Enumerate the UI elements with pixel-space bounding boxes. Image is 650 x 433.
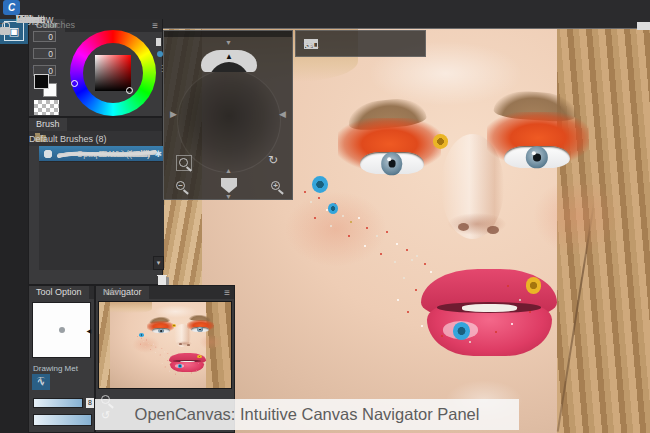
lock-icon[interactable] [0,27,10,35]
home-shield-icon[interactable] [221,178,237,193]
saturation-value[interactable]: 0 [33,48,56,59]
opacity-slider[interactable] [33,414,92,426]
brush-tip-dot [59,327,65,333]
canvas-navigator-overlay: ▼ ▲ ▶ ◀ ↻ − ▲ ▼ + [163,30,293,200]
rotation-dial[interactable] [177,69,281,173]
brush-panel: Brush Default Brushes (8) Pen ✱ Eraser (… [28,117,163,285]
brush-group-row[interactable]: Default Brushes (8) [29,131,162,146]
brush-group-label: Default Brushes (8) [29,134,107,144]
brush-list: Pen ✱ Eraser (Soft) Eraser (Hard) Waterc… [39,146,164,270]
scroll-down-button[interactable]: ▾ [153,256,164,270]
hue-handle[interactable] [71,80,78,87]
quick-toolbar: ↶ ↷ ✎ CL ⊕ [295,30,426,57]
sv-handle[interactable] [126,87,133,94]
panel-edge-widget [156,38,161,46]
panel-edge-widget: ⋮ [158,66,161,82]
lip-sprinkles [411,259,413,261]
cheek-blush [285,191,387,268]
color-wheel[interactable] [70,30,156,116]
tool-option-panel: Tool Option ◀ Drawing Met ∿ ∖ ⌒ 8 [28,285,95,433]
tab-brush[interactable]: Brush [29,118,67,131]
overlay-header[interactable] [164,31,292,37]
foreground-color-swatch[interactable] [34,74,49,89]
tab-tool-option[interactable]: Tool Option [29,286,89,299]
eye-left [360,152,423,174]
panel-window-icon[interactable] [304,39,318,49]
rotate-up-icon: ▲ [225,53,233,60]
brush-size-value[interactable]: 8 [86,398,94,408]
caption-bar: OpenCanvas: Intuitive Canvas Navigator P… [95,399,519,430]
brush-preview: ◀ [32,302,91,358]
curve-method-button[interactable]: ⌒ [32,374,50,390]
drawing-method-label: Drawing Met [33,364,78,373]
hue-value[interactable]: 0 [33,31,56,42]
yellow-flower [526,277,542,293]
step-down-icon[interactable]: ▼ [225,193,232,200]
thumbnail-image [99,302,231,388]
navigator-thumbnail[interactable] [98,301,232,389]
zoom-fit-icon[interactable] [176,155,192,171]
nostril [487,226,499,234]
rotate-reset-icon[interactable]: ↻ [268,157,278,164]
yellow-flower [433,134,448,149]
resize-marker[interactable]: ◀ [86,327,91,334]
zoom-out-icon[interactable]: − [176,181,185,190]
step-up-icon[interactable]: ▲ [225,167,232,174]
menu-help[interactable]: Help [10,10,44,29]
brush-item-partial[interactable] [39,146,164,162]
panel-menu-icon[interactable]: ≡ [224,286,230,299]
collapse-icon[interactable]: ▼ [225,39,232,46]
menu-bar: C File Edit Image Layer Select Filter Vi… [0,0,650,19]
zoom-in-icon[interactable]: + [271,181,280,190]
pan-right-icon[interactable]: ◀ [279,111,286,118]
transparent-swatch[interactable] [34,100,59,115]
rotate-arc-control[interactable]: ▲ [201,50,257,72]
eye-right [504,146,570,168]
cheek-sprinkles [304,191,306,193]
opencanvas-window: C File Edit Image Layer Select Filter Vi… [0,0,650,433]
panel-menu-icon[interactable]: ≡ [152,19,158,32]
cheek-blush [533,178,621,255]
saturation-value-square[interactable] [95,55,131,91]
brush-size-slider[interactable] [33,398,83,408]
blue-flower [453,322,471,340]
pan-left-icon[interactable]: ▶ [170,111,177,118]
color-panel: Color Swatches ≡ H 0 S 0 V 0 [28,18,163,117]
caption-text: OpenCanvas: Intuitive Canvas Navigator P… [135,405,480,424]
tool-bar: ✎ ◪ ■ ◆ ▥ ▭ ✦ ✳ ✛ T ⧉ ✒ ☛ ↺ ▣ [0,19,28,433]
canvas-corner-tab [637,22,650,30]
tab-info[interactable]: Info [96,286,125,299]
